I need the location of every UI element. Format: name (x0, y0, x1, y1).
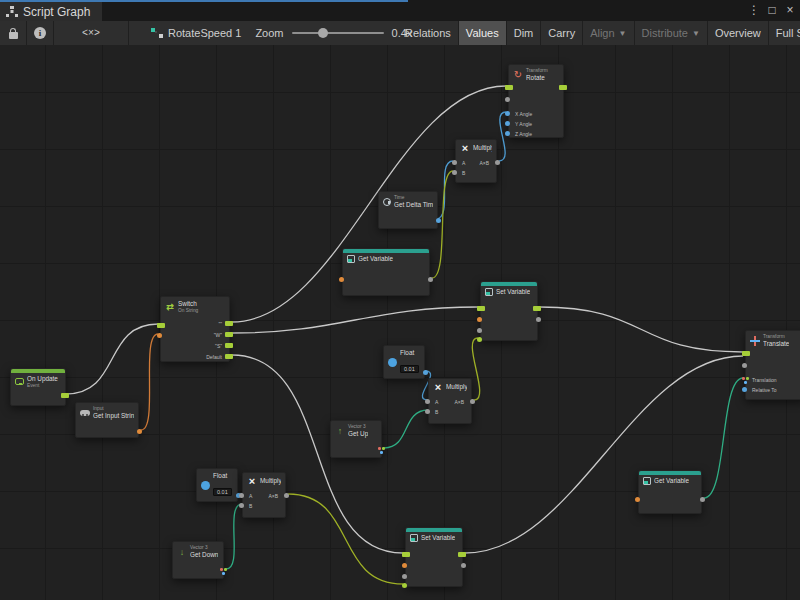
node-title: Switch (178, 300, 198, 308)
input-port[interactable] (477, 317, 482, 322)
output-port[interactable] (536, 317, 541, 322)
output-port[interactable] (461, 563, 466, 568)
output-port[interactable] (423, 370, 428, 375)
output-port-ab[interactable]: A×B (284, 493, 289, 498)
toolbar-button-values[interactable]: Values (459, 21, 507, 45)
input-port[interactable] (402, 583, 407, 588)
toolbar-button-overview[interactable]: Overview (708, 21, 769, 45)
node-value-field[interactable]: 0.01 (400, 365, 419, 373)
zoom-slider[interactable] (292, 32, 384, 34)
input-port[interactable] (505, 85, 513, 90)
output-port[interactable] (378, 447, 385, 454)
node-multiply-bot[interactable]: ×MultiplyABA×B (242, 472, 286, 518)
node-value-field[interactable]: 0.01 (213, 488, 232, 496)
input-port-xangle[interactable]: X Angle (505, 111, 510, 116)
input-port[interactable] (402, 552, 410, 557)
node-title: Get Up (348, 430, 368, 438)
output-port[interactable] (700, 497, 705, 502)
output-port[interactable] (436, 218, 441, 223)
maximize-icon[interactable]: □ (764, 2, 780, 18)
input-port[interactable] (505, 97, 510, 102)
output-port-s[interactable]: "S" (225, 343, 233, 348)
close-icon[interactable]: × (782, 2, 798, 18)
output-port[interactable] (559, 85, 567, 90)
toolbar-button-align[interactable]: Align▼ (583, 21, 634, 45)
output-port[interactable] (61, 393, 69, 398)
graph-canvas[interactable]: ↻TransformRotateX AngleY AngleZ Angle×Mu… (0, 45, 800, 600)
input-port-a[interactable]: A (239, 493, 244, 498)
node-on-update[interactable]: On UpdateEvent (10, 368, 66, 406)
input-port[interactable] (157, 323, 165, 328)
output-port[interactable] (137, 429, 142, 434)
input-port-yangle[interactable]: Y Angle (505, 121, 510, 126)
input-port[interactable] (157, 333, 162, 338)
node-multiply-mid[interactable]: ×MultiplyABA×B (428, 378, 472, 424)
input-port[interactable] (742, 351, 750, 356)
output-port[interactable] (533, 306, 541, 311)
graph-reference[interactable]: RotateSpeed 1 (143, 21, 249, 45)
node-switch-on-string[interactable]: ⇄SwitchOn String"""W""S"Default (160, 296, 230, 362)
toolbar-button-carry[interactable]: Carry (541, 21, 583, 45)
input-port-a[interactable]: A (425, 399, 430, 404)
zoom-control: Zoom 0.4x (249, 21, 418, 45)
tab-script-graph[interactable]: Script Graph (0, 2, 102, 21)
node-float-bot[interactable]: Float0.01 (196, 468, 238, 502)
node-title: Float (213, 472, 232, 480)
output-port-ab[interactable]: A×B (495, 160, 500, 165)
node-translate[interactable]: TransformTranslateTranslationRelative To (745, 330, 800, 400)
node-float-mid[interactable]: Float0.01 (383, 345, 425, 379)
float-bot-icon (201, 481, 210, 490)
input-port-b[interactable]: B (425, 409, 430, 414)
input-port-b[interactable]: B (239, 503, 244, 508)
input-port[interactable] (477, 306, 485, 311)
input-port[interactable] (402, 563, 407, 568)
input-port-translation[interactable]: Translation (742, 377, 749, 384)
input-port[interactable] (477, 337, 482, 342)
output-port[interactable] (220, 568, 227, 575)
toolbar-button-distribute[interactable]: Distribute▼ (635, 21, 708, 45)
toolbar-button-relations[interactable]: Relations (398, 21, 459, 45)
toolbar: i <×> RotateSpeed 1 Zoom 0.4x RelationsV… (0, 21, 800, 46)
lock-button[interactable] (0, 21, 27, 45)
port-label: B (435, 409, 438, 415)
toolbar-button-dim[interactable]: Dim (507, 21, 542, 45)
output-port-[interactable]: "" (225, 321, 233, 326)
set-variable-mid-icon (485, 288, 493, 296)
input-port-zangle[interactable]: Z Angle (505, 131, 510, 136)
node-title: Set Variable (421, 534, 455, 542)
input-port[interactable] (477, 328, 482, 333)
node-rotate[interactable]: ↻TransformRotateX AngleY AngleZ Angle (508, 64, 564, 138)
node-get-variable-bot[interactable]: Get Variable (638, 470, 702, 514)
node-subtitle: On String (178, 308, 198, 314)
menu-icon[interactable]: ⋮ (746, 2, 762, 18)
output-port-default[interactable]: Default (225, 354, 233, 359)
node-set-variable-mid[interactable]: Set Variable (480, 281, 538, 341)
node-get-input-string[interactable]: InputGet Input String (75, 402, 139, 438)
zoom-slider-thumb[interactable] (318, 28, 328, 38)
input-port[interactable] (402, 574, 407, 579)
output-port-w[interactable]: "W" (225, 332, 233, 337)
input-port[interactable] (742, 363, 747, 368)
input-port-a[interactable]: A (452, 160, 457, 165)
output-port-ab[interactable]: A×B (470, 399, 475, 404)
toolbar-button-full-screen[interactable]: Full Screen (769, 21, 800, 45)
script-graph-icon (6, 6, 18, 17)
node-set-variable-bot[interactable]: Set Variable (405, 527, 463, 587)
node-header-bar (11, 369, 65, 373)
input-port[interactable] (635, 497, 640, 502)
get-up-icon: ↑ (335, 426, 345, 436)
node-header-bar (639, 471, 701, 475)
input-port-b[interactable]: B (452, 170, 457, 175)
title-bar: Script Graph ⋮□× (0, 0, 800, 21)
output-port[interactable] (428, 277, 433, 282)
node-get-up[interactable]: ↑Vector 3Get Up (330, 420, 382, 458)
code-preview-button[interactable]: <×> (54, 21, 129, 45)
output-port[interactable] (458, 552, 466, 557)
node-multiply-top[interactable]: ×MultiplyABA×B (455, 139, 497, 183)
node-get-delta-time[interactable]: TimeGet Delta Time (378, 191, 438, 229)
node-get-variable-top[interactable]: Get Variable (342, 248, 430, 296)
input-port[interactable] (339, 277, 344, 282)
info-button[interactable]: i (27, 21, 54, 45)
node-get-down[interactable]: ↓Vector 3Get Down (172, 541, 224, 579)
input-port-relativeto[interactable]: Relative To (742, 387, 747, 392)
